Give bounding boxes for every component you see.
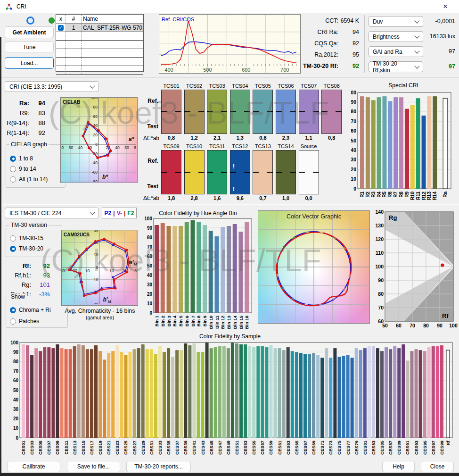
svg-text:500: 500	[203, 67, 212, 73]
svg-text:R2: R2	[365, 192, 370, 198]
row-checkbox[interactable]: ✓	[58, 25, 64, 31]
calibrate-button[interactable]: Calibrate	[7, 461, 60, 472]
tcs-deltaE: 1,0	[276, 195, 296, 202]
table-row[interactable]	[56, 66, 143, 75]
svg-text:0: 0	[149, 310, 152, 316]
cri-standard-select[interactable]: CRI (CIE 13.3: 1995)	[5, 81, 99, 92]
tab-separator: |	[124, 210, 125, 217]
metric-value: 92	[28, 129, 45, 136]
selector-reading: -0,0001	[422, 18, 455, 25]
tcs-swatch	[276, 150, 296, 194]
save-to-file-button[interactable]: Save to file...	[67, 461, 120, 472]
table-row[interactable]	[56, 41, 143, 49]
test-label: Test	[139, 123, 158, 130]
close-button[interactable]: Close	[421, 461, 454, 472]
tcs-column: TCS080,8	[321, 83, 342, 142]
svg-text:400: 400	[164, 67, 173, 73]
help-button[interactable]: Help	[382, 461, 415, 472]
radio-icon[interactable]	[10, 176, 16, 183]
selector-dropdown[interactable]: Brightness	[369, 31, 423, 42]
radio-option[interactable]: Patches	[10, 318, 39, 325]
radio-label: 1 to 8	[19, 155, 33, 162]
tcs-column: TCS091,8	[161, 143, 181, 202]
svg-text:-80: -80	[92, 179, 98, 182]
tab-V-[interactable]: V-	[117, 210, 122, 217]
tcs-swatch	[253, 150, 273, 194]
rg-rf-chart: 607080901001101201301405060708090100RgRf	[375, 209, 459, 332]
tune-button[interactable]: Tune	[5, 42, 54, 52]
svg-text:Bin 8: Bin 8	[196, 316, 201, 326]
radio-option[interactable]: 9 to 14	[10, 166, 36, 172]
tcs-column: TCS111,6	[207, 143, 227, 202]
radio-icon[interactable]	[10, 166, 16, 172]
svg-text:CES19: CES19	[98, 441, 103, 455]
svg-text:90: 90	[378, 277, 384, 283]
tab-separator: |	[113, 210, 115, 217]
svg-text:140: 140	[375, 209, 384, 215]
tcs-swatch	[184, 90, 205, 134]
svg-text:CES95: CES95	[422, 440, 427, 455]
radio-option[interactable]: 1 to 8	[10, 155, 33, 162]
table-row[interactable]	[56, 58, 143, 66]
tcs-swatch	[253, 90, 273, 134]
table-row[interactable]	[56, 32, 143, 41]
tcs-swatch	[161, 90, 181, 134]
tm30-tabs[interactable]: P2|V-|F2	[102, 208, 137, 218]
svg-text:CES85: CES85	[379, 440, 385, 455]
svg-text:CES53: CES53	[243, 441, 248, 455]
svg-text:CES03: CES03	[29, 441, 34, 455]
selector-dropdown[interactable]: TM-30-20 Rf,skin	[369, 61, 423, 72]
svg-text:R12: R12	[421, 192, 426, 200]
radio-icon[interactable]	[10, 246, 16, 252]
svg-text:Rg: Rg	[389, 214, 397, 221]
selector-dropdown[interactable]: Duv	[369, 16, 423, 27]
metric-label: Ra:	[0, 100, 29, 107]
radio-option[interactable]: All (1 to 14)	[10, 176, 48, 183]
table-row[interactable]: ✓1CAL_SFT-25R-WG 570...	[56, 24, 143, 32]
special-cri-chart: Special CRI0102030405060708090100R1R2R3R…	[351, 81, 456, 203]
svg-text:CES37: CES37	[174, 441, 180, 455]
radio-label: All (1 to 14)	[19, 176, 48, 183]
svg-text:CES05: CES05	[38, 440, 43, 455]
sample-fidelity-chart: Color Fidelity by Sample0102030405060708…	[4, 332, 456, 461]
svg-text:70: 70	[378, 305, 384, 310]
svg-text:R8: R8	[399, 192, 404, 198]
radio-option[interactable]: Chroma + Ri	[10, 307, 51, 313]
svg-text:Bin 15: Bin 15	[238, 315, 244, 329]
table-header: Name	[82, 15, 143, 23]
measurement-table[interactable]: x#Name✓1CAL_SFT-25R-WG 570...	[56, 14, 144, 72]
radio-option[interactable]: TM-30-20	[10, 245, 43, 252]
svg-text:600: 600	[242, 67, 250, 73]
svg-text:CES91: CES91	[405, 440, 410, 455]
tab-F2[interactable]: F2	[127, 210, 134, 217]
tab-P2[interactable]: P2	[105, 210, 112, 217]
svg-text:20: 20	[13, 416, 19, 421]
tcs-label: TCS11	[207, 143, 227, 150]
svg-text:CES33: CES33	[157, 441, 163, 455]
radio-icon[interactable]	[10, 156, 16, 162]
get-ambient-button[interactable]: Get Ambient	[5, 26, 54, 38]
section-divider	[0, 77, 459, 78]
close-icon[interactable]: ×	[437, 0, 453, 13]
radio-option[interactable]: TM-30-15	[10, 235, 43, 242]
svg-text:CES39: CES39	[183, 441, 188, 455]
svg-text:CES41: CES41	[191, 440, 197, 455]
svg-text:Ref. CRI/CQS: Ref. CRI/CQS	[162, 17, 194, 22]
table-row[interactable]	[56, 49, 143, 58]
svg-text:R10: R10	[410, 192, 415, 200]
load-button[interactable]: Load...	[5, 57, 54, 69]
selector-dropdown[interactable]: GAI and Ra	[369, 46, 423, 57]
chevron-down-icon	[414, 33, 419, 38]
metric-label: R(9-14):	[0, 119, 29, 126]
svg-text:80: 80	[423, 323, 429, 328]
svg-text:CES63: CES63	[286, 441, 291, 455]
tcs-column: TCS032,1	[207, 83, 227, 142]
tm30-standard-select[interactable]: IES TM-30 / CIE 224	[5, 208, 99, 218]
svg-text:Rf: Rf	[442, 312, 449, 319]
tm30-reports-button[interactable]: TM-30-20 reports...	[126, 461, 191, 472]
radio-icon[interactable]	[10, 235, 16, 242]
radio-icon[interactable]	[10, 318, 16, 325]
metric-label: Rg:	[0, 281, 31, 288]
metric-value: 94	[328, 29, 359, 35]
radio-icon[interactable]	[10, 307, 16, 313]
